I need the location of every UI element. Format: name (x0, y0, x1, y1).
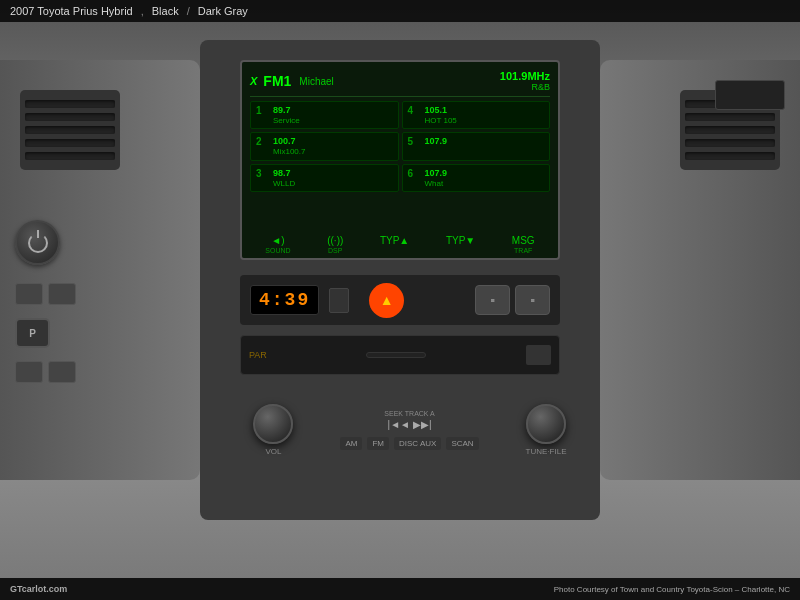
preset-item[interactable]: 1 89.7 Service (250, 101, 399, 129)
preset-item[interactable]: 4 105.1 HOT 105 (402, 101, 551, 129)
small-control-button[interactable] (48, 283, 76, 305)
photo-credit: Photo Courtesy of Town and Country Toyot… (554, 585, 790, 594)
car-title: 2007 Toyota Prius Hybrid (10, 5, 133, 17)
photo-container: 2007 Toyota Prius Hybrid , Black / Dark … (0, 0, 800, 600)
hazard-button[interactable]: ▲ (369, 283, 404, 318)
watermark: GTcarlot.com (10, 584, 67, 594)
knobs-area: VOL SEEK TRACK A |◄◄ ▶▶| AM FM DISC AUX … (220, 390, 600, 470)
scan-button[interactable]: SCAN (446, 437, 478, 450)
volume-knob-container: VOL (253, 404, 293, 456)
traf-control[interactable]: MSG TRAF (512, 235, 535, 254)
control-btn-2[interactable]: ≡ (515, 285, 550, 315)
right-dashboard-panel (600, 60, 800, 480)
small-control-button[interactable] (48, 361, 76, 383)
preset-item[interactable]: 2 100.7 Mix100.7 (250, 132, 399, 160)
msg-icon: MSG (512, 235, 535, 246)
title-separator: , (141, 5, 144, 17)
color-secondary: Dark Gray (198, 5, 248, 17)
tune-knob[interactable] (526, 404, 566, 444)
cd-slot (366, 352, 426, 358)
preset-number: 4 (408, 105, 420, 116)
preset-number: 6 (408, 168, 420, 179)
color-separator: / (187, 5, 190, 17)
clock-display: 4:39 (250, 285, 319, 315)
small-control-button[interactable] (15, 361, 43, 383)
vent-slat (685, 126, 775, 134)
radio-header: X FM1 Michael 101.9MHz R&B (250, 70, 550, 97)
preset-number: 2 (256, 136, 268, 147)
fm-button[interactable]: FM (367, 437, 389, 450)
seek-label: SEEK TRACK A (384, 410, 434, 417)
station-name: Michael (299, 76, 333, 87)
dsp-control[interactable]: ((·)) DSP (327, 235, 343, 254)
type-down-icon: TYP▼ (446, 235, 475, 246)
station-info: Michael 101.9MHz R&B (299, 70, 550, 92)
vent-slat (25, 139, 115, 147)
genre-display: R&B (500, 82, 550, 92)
preset-frequency: 107.9 (425, 168, 545, 179)
traf-label: TRAF (514, 247, 532, 254)
media-slot: PAR (240, 335, 560, 375)
preset-item[interactable]: 5 107.9 (402, 132, 551, 160)
type-down-control[interactable]: TYP▼ (446, 235, 475, 254)
am-button[interactable]: AM (340, 437, 362, 450)
bottom-bar: GTcarlot.com Photo Courtesy of Town and … (0, 578, 800, 600)
preset-frequency: 105.1 (425, 105, 545, 116)
seek-controls: SEEK TRACK A |◄◄ ▶▶| AM FM DISC AUX SCAN (340, 410, 478, 450)
vent-slat (25, 113, 115, 121)
clock-bar: 4:39 ▲ ≡ ≡ (240, 275, 560, 325)
clock-aux-button[interactable] (329, 288, 349, 313)
preset-frequency: 100.7 (273, 136, 393, 147)
tune-label: TUNE·FILE (526, 447, 567, 456)
band-label: FM1 (263, 73, 291, 89)
preset-frequency: 98.7 (273, 168, 393, 179)
title-bar: 2007 Toyota Prius Hybrid , Black / Dark … (0, 0, 800, 22)
par-label: PAR (249, 350, 267, 360)
xm-logo: X (250, 75, 257, 87)
left-vent (20, 90, 120, 170)
preset-item[interactable]: 3 98.7 WLLD (250, 164, 399, 192)
preset-info: 107.9 (425, 136, 545, 147)
preset-info: 89.7 Service (273, 105, 393, 125)
dsp-icon: ((·)) (327, 235, 343, 246)
right-panel-slot (715, 80, 785, 110)
preset-info: 98.7 WLLD (273, 168, 393, 188)
dsp-label: DSP (328, 247, 342, 254)
frequency-display: 101.9MHz (500, 70, 550, 82)
sound-label: SOUND (265, 247, 290, 254)
preset-name: Service (273, 116, 393, 126)
vent-slat (25, 100, 115, 108)
power-icon (28, 233, 48, 253)
vent-slat (685, 113, 775, 121)
seek-prev-button[interactable]: |◄◄ (388, 419, 410, 430)
screen-content: X FM1 Michael 101.9MHz R&B 1 89.7 Servic… (242, 62, 558, 258)
vent-slat (685, 152, 775, 160)
preset-name: Mix100.7 (273, 147, 393, 157)
control-btn-1[interactable]: ≡ (475, 285, 510, 315)
left-button-group: P (15, 220, 76, 383)
type-up-control[interactable]: TYP▲ (380, 235, 409, 254)
preset-name: HOT 105 (425, 116, 545, 126)
vent-slat (685, 139, 775, 147)
right-control-buttons: ≡ ≡ (475, 285, 550, 315)
eject-button[interactable] (526, 345, 551, 365)
small-control-button[interactable] (15, 283, 43, 305)
type-up-icon: TYP▲ (380, 235, 409, 246)
preset-grid: 1 89.7 Service 4 105.1 HOT 105 2 100.7 M… (250, 101, 550, 192)
sound-control[interactable]: ◄) SOUND (265, 235, 290, 254)
hazard-icon: ▲ (380, 292, 394, 308)
preset-info: 105.1 HOT 105 (425, 105, 545, 125)
volume-knob[interactable] (253, 404, 293, 444)
preset-info: 100.7 Mix100.7 (273, 136, 393, 156)
disc-aux-button[interactable]: DISC AUX (394, 437, 441, 450)
seek-next-button[interactable]: ▶▶| (413, 419, 432, 430)
preset-number: 5 (408, 136, 420, 147)
preset-name: What (425, 179, 545, 189)
seek-buttons: |◄◄ ▶▶| (388, 419, 432, 430)
p-button[interactable]: P (15, 318, 50, 348)
preset-item[interactable]: 6 107.9 What (402, 164, 551, 192)
power-button[interactable] (15, 220, 60, 265)
tune-knob-container: TUNE·FILE (526, 404, 567, 456)
volume-label: VOL (265, 447, 281, 456)
preset-frequency: 107.9 (425, 136, 545, 147)
